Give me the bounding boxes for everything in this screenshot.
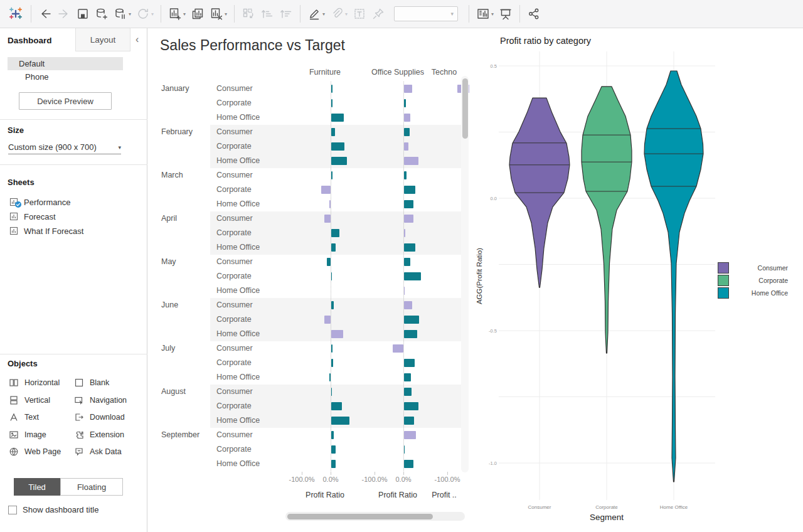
text-label-button[interactable] [350,4,369,23]
chevron-down-icon[interactable]: ▾ [183,11,186,17]
bar-february-corporate-furniture[interactable] [331,142,344,151]
object-item-text[interactable]: Text [9,411,39,423]
bar-february-consumer-office_supplies[interactable] [404,128,410,136]
bar-january-consumer-furniture[interactable] [331,85,332,93]
bar-march-home-office-office_supplies[interactable] [404,200,413,208]
bar-september-corporate-furniture[interactable] [331,445,336,454]
bar-may-corporate-furniture[interactable] [331,272,332,280]
bar-july-consumer-furniture[interactable] [331,344,332,353]
horizontal-scrollbar[interactable] [285,512,465,521]
sheet-item-performance[interactable]: Performance [9,195,70,209]
sheet-item-forecast[interactable]: Forecast [9,210,56,223]
pin-button[interactable] [369,4,388,23]
bar-july-consumer-office_supplies[interactable] [393,344,403,353]
bar-january-home-office-office_supplies[interactable] [404,114,410,122]
bar-july-corporate-furniture[interactable] [331,359,333,367]
violin-home-office[interactable] [644,71,703,482]
bar-may-corporate-office_supplies[interactable] [404,272,421,280]
bar-may-home-office-office_supplies[interactable] [404,287,405,295]
save-button[interactable] [73,4,92,23]
bar-march-home-office-furniture[interactable] [329,200,331,208]
legend-item-home-office[interactable]: Home Office [718,287,788,299]
vertical-scrollbar-thumb[interactable] [462,78,468,139]
legend-item-consumer[interactable]: Consumer [718,262,788,274]
chevron-down-icon[interactable]: ▾ [491,11,494,17]
sort-ascending-button[interactable] [258,4,277,23]
chevron-down-icon[interactable]: ▾ [322,11,325,17]
bar-september-consumer-office_supplies[interactable] [404,431,416,439]
device-option-phone[interactable]: Phone [8,70,123,83]
bar-april-consumer-office_supplies[interactable] [404,215,413,223]
bar-may-consumer-office_supplies[interactable] [404,258,410,266]
bar-march-consumer-furniture[interactable] [331,171,332,179]
horizontal-scrollbar-thumb[interactable] [287,514,433,519]
object-item-blank[interactable]: Blank [74,376,109,389]
violin-corporate[interactable] [582,87,632,353]
chevron-down-icon[interactable]: ▾ [129,11,131,17]
refresh-data-source-button[interactable]: ▾ [134,4,156,23]
object-item-image[interactable]: Image [9,428,46,441]
highlighter-button[interactable]: ▾ [305,4,327,23]
tableau-logo[interactable] [5,4,26,23]
show-dashboard-title-checkbox[interactable] [8,506,17,514]
chevron-down-icon[interactable]: ▾ [345,11,348,17]
chevron-down-icon[interactable]: ▾ [225,11,227,17]
bar-august-home-office-furniture[interactable] [331,417,349,425]
bar-february-corporate-office_supplies[interactable] [404,142,408,151]
floating-button[interactable]: Floating [60,478,123,496]
bar-august-home-office-office_supplies[interactable] [404,417,414,425]
bar-april-home-office-furniture[interactable] [331,243,336,252]
bar-april-home-office-office_supplies[interactable] [404,243,415,252]
size-select[interactable]: Custom size (900 x 700) ▾ [8,141,121,154]
object-item-vertical[interactable]: Vertical [9,394,50,407]
tab-dashboard[interactable]: Dashboard [8,36,52,45]
bar-march-consumer-office_supplies[interactable] [404,171,407,179]
object-item-download[interactable]: Download [74,411,125,423]
bar-august-consumer-office_supplies[interactable] [404,388,412,396]
clear-sheet-button[interactable]: ▾ [207,4,230,23]
add-data-source-button[interactable] [92,4,111,23]
paperclip-button[interactable]: ▾ [327,4,350,23]
back-button[interactable] [36,4,55,23]
bar-june-corporate-furniture[interactable] [324,316,331,324]
legend-item-corporate[interactable]: Corporate [718,274,788,287]
duplicate-sheet-button[interactable] [188,4,207,23]
bar-september-home-office-office_supplies[interactable] [404,460,413,468]
bar-april-consumer-furniture[interactable] [324,215,331,223]
object-item-extension[interactable]: Extension [74,428,124,441]
bar-july-home-office-office_supplies[interactable] [404,373,411,381]
sheet-item-what-if-forecast[interactable]: What If Forecast [9,224,83,238]
tiled-button[interactable]: Tiled [14,478,60,496]
chevron-left-icon[interactable]: ‹ [136,34,139,45]
sort-descending-button[interactable] [277,4,295,23]
object-item-horizontal[interactable]: Horizontal [9,376,60,389]
bar-may-consumer-furniture[interactable] [327,258,331,266]
bar-july-corporate-office_supplies[interactable] [404,359,415,367]
bar-june-consumer-furniture[interactable] [331,301,334,309]
swap-rows-columns-button[interactable] [239,4,258,23]
bar-august-corporate-office_supplies[interactable] [404,402,418,410]
bar-january-corporate-office_supplies[interactable] [404,99,406,107]
bar-september-corporate-office_supplies[interactable] [404,445,405,454]
tab-layout[interactable]: Layout [75,28,130,51]
vertical-scrollbar[interactable] [461,76,469,472]
bar-june-corporate-office_supplies[interactable] [404,316,419,324]
forward-button[interactable] [55,4,73,23]
bar-february-home-office-furniture[interactable] [331,157,347,165]
bar-february-home-office-office_supplies[interactable] [404,157,418,165]
bar-september-consumer-furniture[interactable] [331,431,334,439]
pause-data-updates-button[interactable]: ▾ [111,4,134,23]
bar-june-home-office-office_supplies[interactable] [404,330,417,338]
new-worksheet-button[interactable]: ▾ [166,4,188,23]
bar-january-home-office-furniture[interactable] [331,114,344,122]
bar-march-corporate-office_supplies[interactable] [404,186,415,194]
bar-june-consumer-office_supplies[interactable] [404,301,412,309]
bar-august-corporate-furniture[interactable] [331,402,342,410]
show-hide-cards-button[interactable]: ▾ [474,4,496,23]
device-option-default[interactable]: Default [8,57,123,70]
bar-july-home-office-furniture[interactable] [329,373,331,381]
bar-january-corporate-furniture[interactable] [331,99,332,107]
bar-april-corporate-furniture[interactable] [331,229,339,237]
share-button[interactable] [524,4,543,23]
object-item-navigation[interactable]: Navigation [74,394,127,407]
